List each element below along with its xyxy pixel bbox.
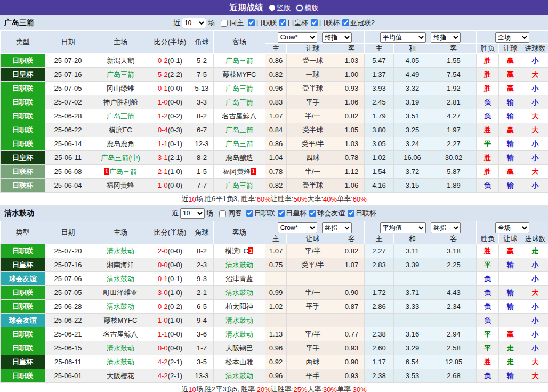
same-venue-checkbox[interactable] [219, 210, 226, 217]
team-text: 清水鼓动 [225, 289, 253, 297]
date-cell: 25-06-11 [45, 151, 91, 165]
odds-stage-select[interactable]: 终指 [322, 32, 352, 43]
date-cell: 25-07-20 [45, 54, 91, 68]
league-filter[interactable]: 亚冠联2 [342, 18, 375, 28]
top-bar: 近期战绩 竖版 横版 [0, 0, 548, 15]
league-filter[interactable]: 日职联 [248, 18, 277, 28]
league-label: 日皇杯 [287, 18, 308, 28]
score-cell: 4-2(2-1) [150, 355, 190, 369]
league-checkbox[interactable] [348, 210, 354, 217]
avg-cell: 2.83 [365, 258, 394, 272]
near-count-select[interactable]: 10 [180, 208, 205, 219]
league-badge: 日职联 [1, 341, 45, 355]
near-label: 近 [172, 209, 179, 218]
result-cell: 胜 [477, 54, 499, 68]
bookmaker-select[interactable]: Crow* [278, 222, 317, 233]
away-team-cell: 广岛三箭 [214, 123, 265, 137]
col-header-handicap: 让球 [287, 234, 339, 244]
fulltime-score: 0-0 [158, 344, 168, 352]
fulltime-score: 0-2 [158, 302, 168, 310]
result-cell: 负 [477, 179, 499, 193]
col-header-type: 类型 [1, 31, 45, 54]
fulltime-score: 0-0 [158, 261, 168, 269]
league-cell: 日职联 [1, 286, 45, 300]
halftime-score: (0-1) [168, 275, 182, 283]
league-cell: 球会友谊 [1, 314, 45, 327]
col-header-date: 日期 [45, 31, 91, 54]
same-venue-checkbox[interactable] [221, 20, 228, 27]
corner-cell: 7-7 [190, 179, 214, 193]
league-cell: 日职联 [1, 123, 45, 137]
col-header-date: 日期 [45, 221, 91, 244]
avg-select[interactable]: 平均值 [380, 32, 426, 43]
match-row: 日职联25-07-20新潟天鹅0-2(0-1)5-2广岛三箭0.86受一球1.0… [1, 54, 548, 68]
league-filter[interactable]: 日联杯 [311, 18, 340, 28]
odds-cell: 0.83 [265, 95, 287, 109]
team-text: 广岛三箭 [225, 181, 253, 189]
league-filter[interactable]: 日联杯 [348, 209, 376, 218]
score-cell: 1-0(0-0) [150, 95, 190, 109]
team-text: 清水鼓动 [225, 330, 253, 338]
avg-select[interactable]: 平均值 [380, 222, 426, 233]
col-header-score: 比分(半场) [150, 221, 190, 244]
corner-cell: 1-5 [190, 165, 214, 179]
rank-badge: 1 [251, 168, 256, 175]
team-text: 广岛三箭 [107, 70, 134, 78]
result-cell: 大 [522, 165, 548, 179]
odds-cell: 1.12 [339, 165, 365, 179]
date-cell: 25-06-11 [45, 355, 91, 369]
league-checkbox[interactable] [342, 19, 349, 26]
away-team-cell: 藤枝MYFC [214, 68, 265, 82]
layout-vertical-option[interactable]: 竖版 [269, 3, 291, 13]
avg-cell: 2.68 [431, 369, 477, 383]
league-label: 日联杯 [356, 209, 376, 218]
avg-stage-select[interactable]: 终指 [431, 32, 461, 43]
col-header-goals: 进球数 [522, 234, 548, 244]
team-text: 新潟天鹅 [107, 57, 134, 65]
team-text: 福冈黄蜂 [107, 181, 134, 189]
league-checkbox[interactable] [309, 210, 316, 217]
near-count-select[interactable]: 10 [182, 18, 206, 28]
scope-select[interactable]: 全场 [495, 222, 529, 233]
league-label: 日职联 [254, 209, 275, 218]
league-filter[interactable]: 日职联 [246, 209, 275, 218]
corner-cell: 3-6 [190, 327, 214, 341]
result-cell: 赢 [499, 54, 522, 68]
fulltime-score: 4-2 [158, 372, 168, 380]
avg-cell: 3.15 [394, 179, 431, 193]
league-filter[interactable]: 球会友谊 [309, 209, 345, 218]
col-header-winlose: 胜负 [477, 44, 499, 54]
layout-horizontal-option[interactable]: 横版 [296, 3, 319, 13]
away-team-cell: 广岛三箭 [214, 82, 265, 95]
halftime-score: (0-1) [168, 140, 182, 148]
avg-cell [394, 314, 431, 327]
home-team-cell: 鹿岛鹿角 [91, 137, 150, 151]
scope-select[interactable]: 全场 [495, 32, 529, 43]
fulltime-score: 2-1 [158, 167, 168, 175]
league-badge: 日职联 [1, 286, 45, 299]
league-cell: 球会友谊 [1, 272, 45, 286]
bookmaker-select[interactable]: Crow* [278, 32, 317, 43]
rank-badge: 1 [248, 247, 254, 254]
league-checkbox[interactable] [248, 19, 255, 26]
odds-stage-select[interactable]: 终指 [322, 222, 352, 233]
league-filter[interactable]: 日皇杯 [278, 209, 307, 218]
filter-controls: 近 10 场 同主 日职联日皇杯日联杯亚冠联2 [173, 18, 375, 28]
odds-cell: 受半球 [287, 123, 339, 137]
result-group-header: 全场 [477, 31, 548, 44]
match-row: 日皇杯25-06-11清水鼓动4-2(2-1)3-5松本山雅0.92两球0.90… [1, 355, 548, 369]
odds-cell [265, 272, 287, 286]
fulltime-score: 4-2 [158, 358, 168, 366]
score-cell: 4-2(2-1) [150, 369, 190, 383]
avg-cell: 12.85 [431, 355, 477, 369]
avg-cell: 2.45 [365, 95, 394, 109]
avg-stage-select[interactable]: 终指 [431, 222, 461, 233]
vertical-label: 竖版 [277, 3, 291, 13]
league-checkbox[interactable] [278, 210, 285, 217]
halftime-score: (2-1) [168, 154, 182, 162]
league-checkbox[interactable] [279, 19, 286, 26]
league-checkbox[interactable] [311, 19, 318, 26]
league-filter[interactable]: 日皇杯 [279, 18, 308, 28]
league-checkbox[interactable] [246, 210, 253, 217]
home-team-cell: 名古屋鲸八 [91, 327, 150, 341]
